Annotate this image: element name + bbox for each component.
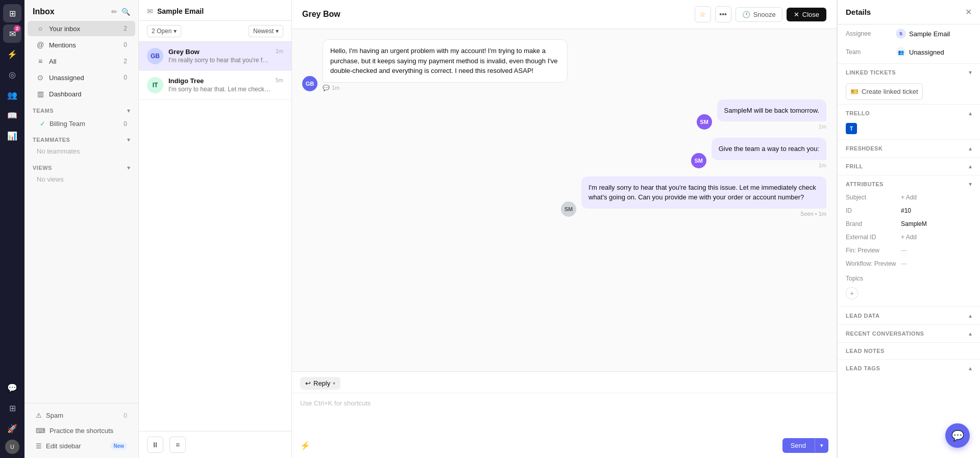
teammates-section-label: TEAMMATES [33,137,70,143]
list-btn[interactable]: ≡ [169,437,186,453]
spam-count: 0 [124,412,127,419]
recent-convs-label: RECENT CONVERSATIONS [846,330,924,337]
sidebar-item-unassigned[interactable]: ⊙ Unassigned 0 [28,70,135,85]
book-nav-icon[interactable]: 📖 [3,106,21,124]
conv-name-grey-bow: Grey Bow [168,48,271,56]
msg-avatar-1: GB [302,76,317,91]
more-btn[interactable]: ••• [715,6,731,22]
all-label: All [49,58,119,65]
msg-bubble-2: SampleM will be back tomorrow. [717,99,826,122]
sidebar-title: Inbox [33,7,55,16]
lightning-reply-icon[interactable]: ⚡ [300,441,310,450]
people-nav-icon[interactable]: 👥 [3,86,21,104]
send-btn[interactable]: Send ▾ [782,438,828,453]
team-row: Team 👥 Unassigned [838,43,980,61]
create-ticket-label: Create linked ticket [862,88,918,95]
open-filter-label: 2 Open [152,28,172,35]
attr-subject: Subject + Add [838,191,980,204]
reply-action-left: ⚡ [300,441,310,450]
grid-bottom-icon[interactable]: ⊞ [3,399,21,417]
user-avatar[interactable]: U [5,440,19,454]
close-btn[interactable]: ✕ Close [787,8,826,21]
attr-workflow-label: Workflow: Preview [846,260,897,267]
compose-icon[interactable]: ✏ [111,8,117,16]
trello-section: TRELLO ▴ [838,104,980,120]
mentions-count: 0 [124,41,127,48]
attributes-label: ATTRIBUTES [846,181,884,187]
chart-nav-icon[interactable]: 📊 [3,126,21,145]
lead-tags-toggle[interactable]: ▴ [969,365,972,372]
details-close-btn[interactable]: ✕ [965,7,972,17]
msg-text-3: Give the team a way to reach you: [719,145,819,152]
reply-input[interactable]: Use Ctrl+K for shortcuts [292,393,837,434]
lightning-nav-icon[interactable]: ⚡ [3,45,21,63]
sidebar-item-billing-team[interactable]: ✓ Billing Team 0 [28,117,135,131]
rocket-bottom-icon[interactable]: 🚀 [3,419,21,438]
search-icon[interactable]: 🔍 [121,8,130,16]
inbox-nav-icon[interactable]: ✉ 2 [3,24,21,43]
details-panel: Details ✕ Assignee S Sample Email Team 👥… [837,0,980,458]
chat-support-btn[interactable]: 💬 [945,423,970,448]
create-ticket-btn[interactable]: 🎫 Create linked ticket [846,83,923,100]
pause-btn[interactable]: ⏸ [147,437,163,453]
add-topic-btn[interactable]: + [846,287,858,299]
msg-bubble-3: Give the team a way to reach you: [712,138,826,160]
shortcuts-icon: ⌨ [36,427,45,435]
views-section-label: VIEWS [33,165,52,171]
msg-time-3: 1m [819,162,826,168]
conv-item-indigo-tree[interactable]: IT Indigo Tree I'm sorry to hear that. L… [139,71,291,100]
views-section-header: VIEWS ▾ [24,159,138,173]
recent-convs-toggle[interactable]: ▴ [969,330,972,337]
recent-convs-section: RECENT CONVERSATIONS ▴ [838,324,980,340]
reply-tab[interactable]: ↩ Reply ▾ [300,377,340,390]
home-nav-icon[interactable]: ⊞ [3,4,21,22]
chat-bottom-icon[interactable]: 💬 [3,378,21,397]
outgoing-wrapper-2: SampleM will be back tomorrow. 1m [717,99,826,130]
teams-collapse-icon[interactable]: ▾ [127,107,130,114]
attr-brand-value: SampleM [901,220,927,227]
sort-filter-btn[interactable]: Newest ▾ [249,25,283,37]
snooze-label: Snooze [753,11,776,18]
inbox-badge: 2 [14,26,20,32]
your-inbox-icon: ○ [36,24,45,33]
sidebar-shortcuts[interactable]: ⌨ Practice the shortcuts [28,423,135,438]
attr-external-id-add[interactable]: + Add [901,234,917,241]
star-btn[interactable]: ☆ [695,6,711,22]
sidebar-edit-sidebar[interactable]: ☰ Edit sidebar New [28,439,135,453]
sidebar-item-dashboard[interactable]: ▥ Dashboard [28,86,135,101]
sidebar: Inbox ✏ 🔍 ○ Your inbox 2 @ Mentions 0 ≡ … [24,0,139,458]
send-dropdown-arrow[interactable]: ▾ [815,439,828,452]
trello-toggle[interactable]: ▴ [969,110,972,117]
lead-data-label: LEAD DATA [846,313,879,319]
freshdesk-toggle[interactable]: ▴ [969,145,972,152]
lead-data-toggle[interactable]: ▴ [969,312,972,319]
sidebar-item-your-inbox[interactable]: ○ Your inbox 2 [28,21,135,36]
sort-filter-arrow: ▾ [276,28,279,35]
conv-item-grey-bow[interactable]: GB Grey Bow I'm really sorry to hear tha… [139,42,291,71]
freshdesk-label: FRESHDESK [846,145,883,151]
target-nav-icon[interactable]: ◎ [3,65,21,84]
open-filter-btn[interactable]: 2 Open ▾ [147,25,181,37]
reply-icon: ↩ [305,379,311,387]
teammates-section-header: TEAMMATES ▾ [24,131,138,145]
outgoing-wrapper-3: Give the team a way to reach you: 1m [712,138,826,168]
attr-id: ID #10 [838,204,980,217]
trello-label: TRELLO [846,110,870,116]
details-title: Details [846,8,871,16]
views-collapse-icon[interactable]: ▾ [127,164,130,171]
sidebar-item-all[interactable]: ≡ All 2 [28,54,135,69]
snooze-btn[interactable]: 🕐 Snooze [736,7,782,22]
all-count: 2 [124,58,127,65]
frill-toggle[interactable]: ▴ [969,163,972,170]
msg-row-4: I'm really sorry to hear that you're fac… [302,176,826,217]
attr-subject-add[interactable]: + Add [901,194,917,201]
teammates-collapse-icon[interactable]: ▾ [127,136,130,143]
sidebar-item-mentions[interactable]: @ Mentions 0 [28,37,135,53]
sidebar-spam[interactable]: ⚠ Spam 0 [28,408,135,423]
attributes-toggle[interactable]: ▾ [969,181,972,188]
teams-section-label: TEAMS [33,108,54,114]
conv-preview-indigo-tree: I'm sorry to hear that. Let me check you… [168,86,271,93]
frill-label: FRILL [846,163,863,169]
linked-tickets-toggle[interactable]: ▾ [969,69,972,76]
shortcuts-label: Practice the shortcuts [50,427,113,435]
